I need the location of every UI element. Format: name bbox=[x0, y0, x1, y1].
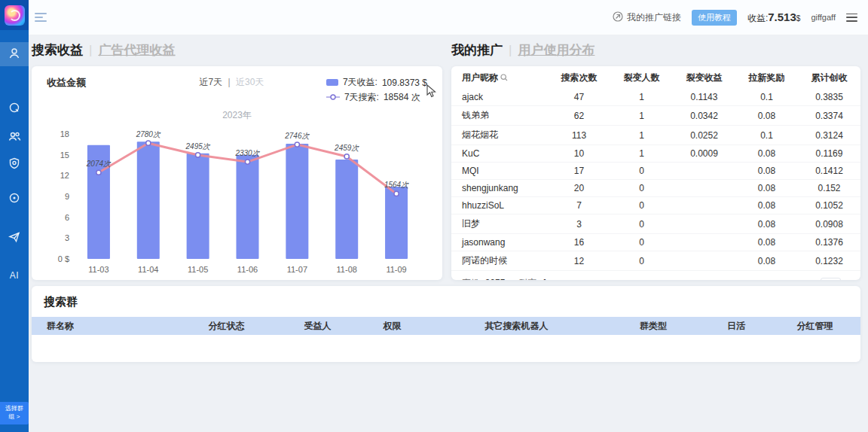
fission-income bbox=[673, 234, 735, 251]
table-row: 旧梦300.080.0908 bbox=[451, 214, 860, 234]
sidebar-item-user[interactable] bbox=[0, 42, 29, 66]
total-income: 0.1376 bbox=[798, 234, 860, 251]
bar-11-08[interactable] bbox=[335, 160, 358, 259]
total-income: 0.3835 bbox=[798, 89, 860, 106]
svg-text:3: 3 bbox=[65, 233, 69, 242]
line-point-11-07[interactable] bbox=[295, 142, 299, 147]
table-row: ajack4710.11430.10.3835 bbox=[451, 89, 860, 106]
main-content: 搜索收益 | 广告代理收益 收益金额 近7天 | 近30天 7天收益: bbox=[29, 35, 868, 432]
fission-count[interactable]: 0 bbox=[610, 180, 673, 197]
line-point-11-03[interactable] bbox=[96, 170, 101, 175]
collapse-menu-icon[interactable] bbox=[35, 13, 47, 22]
user-nickname[interactable]: hhuzziSoL bbox=[451, 197, 548, 214]
chart-year-label: 2023年 bbox=[47, 109, 427, 122]
page-select[interactable]: 1▾ bbox=[821, 278, 841, 281]
search-count: 7 bbox=[548, 197, 610, 214]
sidebar-item-chat[interactable] bbox=[0, 96, 29, 120]
group-table-header: 群名称分红状态受益人权限其它搜索机器人群类型日活分红管理 bbox=[32, 317, 860, 335]
fission-count[interactable]: 1 bbox=[610, 89, 673, 106]
tab-usage-distribution[interactable]: 用户使用分布 bbox=[518, 41, 594, 59]
group-col-3: 权限 bbox=[355, 320, 429, 333]
fission-count[interactable]: 0 bbox=[610, 163, 673, 180]
sidebar-item-record[interactable] bbox=[0, 187, 29, 211]
svg-text:1564次: 1564次 bbox=[384, 181, 409, 189]
table-row: jasonwang1600.080.1376 bbox=[451, 234, 860, 251]
bar-11-06[interactable] bbox=[237, 155, 259, 259]
group-table-empty-body bbox=[32, 335, 860, 354]
table-row: shengjunkang2000.080.152 bbox=[451, 180, 860, 197]
app-logo[interactable] bbox=[0, 0, 29, 30]
fission-income bbox=[673, 163, 735, 180]
account-name[interactable]: giffgaff bbox=[811, 13, 836, 22]
line-point-11-08[interactable] bbox=[344, 154, 349, 159]
line-legend-marker bbox=[326, 93, 340, 103]
fission-count[interactable]: 1 bbox=[610, 106, 673, 126]
send-icon bbox=[8, 231, 20, 245]
line-point-11-04[interactable] bbox=[146, 141, 151, 145]
search-icon[interactable] bbox=[500, 73, 508, 84]
tutorial-badge[interactable]: 使用教程 bbox=[692, 10, 737, 26]
total-income: 0.1412 bbox=[798, 163, 860, 180]
group-col-4: 其它搜索机器人 bbox=[429, 320, 604, 333]
line-point-11-09[interactable] bbox=[394, 191, 399, 196]
range-30days[interactable]: 近30天 bbox=[236, 77, 264, 87]
table-row: 烟花烟花11310.02520.10.3124 bbox=[451, 126, 860, 145]
table-row: 钱弟弟6210.03420.080.3374 bbox=[451, 106, 860, 126]
sidebar-item-team[interactable] bbox=[0, 125, 29, 149]
referral-reward: 0.08 bbox=[735, 251, 798, 271]
direct-label: 直推: bbox=[462, 278, 482, 280]
sidebar-item-send[interactable] bbox=[0, 226, 29, 250]
fission-income: 0.1143 bbox=[673, 89, 735, 106]
fission-count[interactable]: 0 bbox=[610, 234, 673, 251]
svg-text:11-09: 11-09 bbox=[386, 265, 406, 274]
search-count: 20 bbox=[548, 180, 610, 197]
sidebar: AI 选择群 组 > bbox=[0, 0, 29, 432]
bar-11-09[interactable] bbox=[385, 187, 408, 259]
fission-income bbox=[673, 180, 735, 197]
col-referral-reward: 拉新奖励 bbox=[735, 66, 798, 89]
promo-link[interactable]: 我的推广链接 bbox=[613, 11, 681, 24]
tab-my-promotion[interactable]: 我的推广 bbox=[451, 41, 503, 59]
line-point-11-05[interactable] bbox=[196, 153, 200, 157]
fission-income bbox=[673, 197, 735, 214]
bar-11-05[interactable] bbox=[187, 154, 209, 259]
line-point-11-06[interactable] bbox=[245, 160, 249, 164]
user-nickname[interactable]: 钱弟弟 bbox=[451, 106, 548, 126]
fission-count[interactable]: 1 bbox=[610, 145, 673, 163]
tab-ad-agency-revenue[interactable]: 广告代理收益 bbox=[98, 41, 175, 59]
chat-icon bbox=[8, 102, 20, 116]
next-page-button[interactable]: › bbox=[848, 278, 851, 281]
col-nickname[interactable]: 用户昵称 bbox=[451, 66, 548, 89]
sidebar-item-ai[interactable]: AI bbox=[0, 263, 29, 287]
search-group-card: 搜索群 群名称分红状态受益人权限其它搜索机器人群类型日活分红管理 bbox=[32, 286, 860, 362]
user-nickname: 烟花烟花 bbox=[451, 126, 548, 145]
svg-text:15: 15 bbox=[60, 151, 69, 160]
promo-link-label: 我的推广链接 bbox=[627, 11, 681, 24]
fission-count[interactable]: 1 bbox=[610, 126, 673, 145]
user-nickname[interactable]: ajack bbox=[451, 89, 548, 106]
svg-text:11-07: 11-07 bbox=[287, 265, 307, 274]
fission-count[interactable]: 0 bbox=[610, 251, 673, 271]
fission-count[interactable]: 0 bbox=[610, 197, 673, 214]
sidebar-item-security[interactable] bbox=[0, 152, 29, 176]
svg-text:11-03: 11-03 bbox=[88, 265, 108, 274]
user-nickname[interactable]: KuC bbox=[451, 145, 548, 163]
bar-11-07[interactable] bbox=[286, 144, 308, 259]
fission-count[interactable]: 0 bbox=[610, 214, 673, 234]
group-col-0: 群名称 bbox=[32, 320, 173, 333]
direct-value: 2655 bbox=[485, 278, 506, 280]
link-icon bbox=[613, 11, 623, 24]
svg-text:11-08: 11-08 bbox=[337, 265, 357, 274]
range-7days[interactable]: 近7天 bbox=[200, 77, 223, 87]
group-helper-float[interactable]: 选择群 组 > bbox=[0, 402, 29, 424]
search-count: 3 bbox=[548, 214, 610, 234]
tab-search-revenue[interactable]: 搜索收益 bbox=[32, 41, 83, 59]
hamburger-menu-icon[interactable] bbox=[846, 14, 857, 22]
group-col-2: 受益人 bbox=[280, 320, 355, 333]
revenue-bar-line-chart[interactable]: 1815129630 $2074次2780次2495次2330次2746次245… bbox=[47, 123, 427, 280]
svg-text:2330次: 2330次 bbox=[234, 149, 260, 157]
user-nickname: MQI bbox=[451, 163, 548, 180]
search-count: 62 bbox=[548, 106, 610, 126]
bar-11-04[interactable] bbox=[137, 141, 160, 259]
chart-title: 收益金额 bbox=[47, 76, 137, 90]
